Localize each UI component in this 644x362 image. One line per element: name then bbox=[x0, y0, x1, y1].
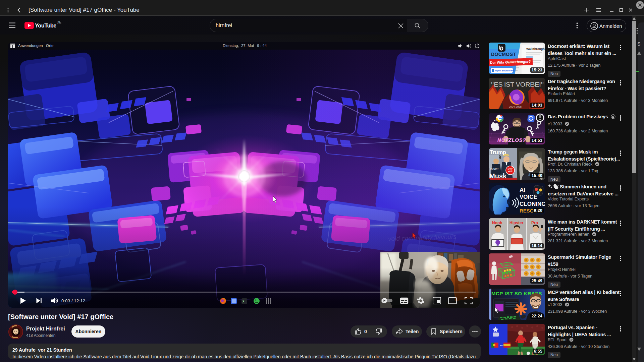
svg-text:VOICE: VOICE bbox=[520, 194, 537, 200]
svg-text:CLONING: CLONING bbox=[520, 201, 545, 207]
svg-text:2004-2025: 2004-2025 bbox=[509, 105, 522, 108]
svg-text:Pro: Pro bbox=[531, 221, 538, 225]
svg-text:AI: AI bbox=[520, 187, 525, 193]
svg-text:DOCMOST: DOCMOST bbox=[491, 52, 516, 57]
svg-text:Hipster: Hipster bbox=[509, 221, 524, 225]
svg-text:"ES IST VORBEI": "ES IST VORBEI" bbox=[491, 80, 544, 88]
svg-text:Noob: Noob bbox=[492, 221, 502, 225]
svg-text:vs: vs bbox=[500, 344, 503, 347]
svg-text:gegen: gegen bbox=[490, 167, 498, 170]
svg-text:Walkthrough: Walkthrough bbox=[526, 47, 545, 51]
svg-text:Open Source Wiki: Open Source Wiki bbox=[495, 69, 515, 72]
svg-text:Tor: Tor bbox=[495, 244, 499, 246]
svg-text:NUTZLOS?: NUTZLOS? bbox=[497, 137, 526, 143]
svg-text:YouTube: YouTube bbox=[35, 22, 56, 28]
svg-text:Trump: Trump bbox=[490, 149, 506, 155]
